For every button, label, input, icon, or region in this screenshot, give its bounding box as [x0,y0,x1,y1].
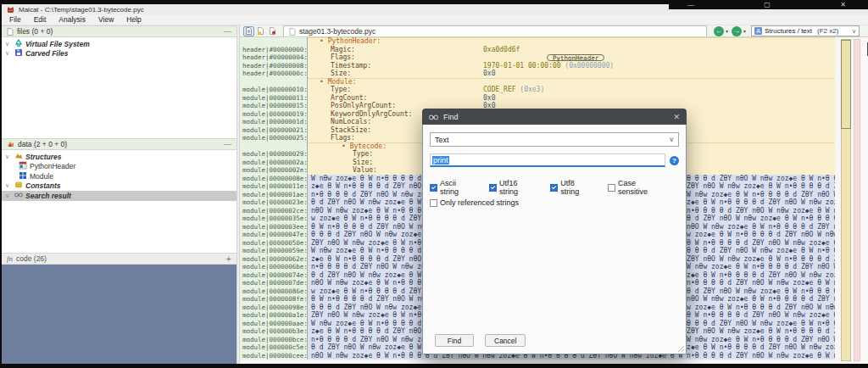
sidebar-item-virtual-file-system[interactable]: ∨Virtual File System [2,39,236,49]
dump-gutter: module|0000002ce: [240,207,308,215]
maximize-button[interactable]: ▢ [764,1,771,9]
app-icon [7,6,14,14]
view-mode-value: Structures / text [765,27,812,35]
menu-item-help[interactable]: Help [126,15,141,24]
back-button[interactable]: ← [714,26,724,36]
dump-gutter: module|00000011e: [240,182,308,191]
sidebar-splitter[interactable] [236,25,240,364]
back-dropdown-caret[interactable]: ▾ [726,28,728,34]
new-view-button[interactable] [255,26,266,36]
resize-grip[interactable] [677,345,685,353]
menu-bar: FileEditAnalysisViewHelp [2,14,868,25]
vfs-icon [14,39,23,49]
sidebar-item-carved-files[interactable]: ∨Carved Files [2,49,236,59]
dump-gutter: module|00000023e: [240,198,308,207]
chevron-down-icon: ∨ [5,153,12,160]
data-panel-title: data (2 + 0 + 0) [18,140,67,148]
menu-item-view[interactable]: View [98,15,114,24]
structure-field[interactable]: Size:0x0 [308,70,835,78]
search-input[interactable]: print [430,153,665,167]
menu-item-file[interactable]: File [9,15,21,24]
search-type-value: Text [435,136,449,144]
dump-gutter: module|000000c5e: [240,343,308,352]
data-collapse-button[interactable]: — [224,141,231,148]
vertical-scrollbar[interactable] [862,37,868,364]
checkbox-utf8-string[interactable]: Utf8 string [550,179,593,196]
view-mode-select[interactable]: A Structures / text (F2 x2) ∨ [751,25,860,36]
structure-field-label: Size: [331,70,351,78]
structure-field-label: KeywordOnlyArgCount: [331,110,412,119]
tab-stage01-bytecode[interactable]: stage01.3-bytecode.pyc [283,25,707,36]
structure-gutter: module|000000029: [240,150,308,159]
constants-icon [14,181,23,191]
structure-field[interactable]: Type:CODE_REF (0xe3) [308,86,835,94]
help-icon[interactable]: ? [670,156,679,165]
structure-gutter: module|000000021: [240,126,308,135]
structure-gutter: header|#0000000c: [240,70,308,78]
sidebar-item-module[interactable]: Module [2,171,236,181]
minimap-structure-strip[interactable] [841,39,851,361]
checkbox-only-referenced-strings[interactable]: Only referenced strings [430,198,519,207]
malcat-window: —▢✕ Malcat - C:\Temp\stage01.3-bytecode.… [0,0,868,368]
forward-dropdown-caret[interactable]: ▾ [743,28,746,34]
structure-row: module|000000011:ArgCount:0x0 [240,94,835,103]
dump-gutter: module|00000035e: [240,215,308,223]
history-nav: ← ▾ → ▾ [714,26,748,36]
dump-gutter: module|00000059e: [240,247,308,255]
structure-field-label: Type: [331,86,351,94]
structure-field-value: CODE_REF (0xe3) [483,86,544,94]
chevron-down-icon: ∨ [5,182,12,189]
structure-field[interactable]: Magic:0xa0d0d6f [308,46,835,54]
checked-checkbox-icon [430,184,437,192]
sidebar-item-pythonheader[interactable]: PythonHeader [2,162,236,172]
find-dialog-titlebar[interactable]: Find ✕ [422,109,687,125]
document-icon [289,28,296,36]
forward-button[interactable]: → [732,26,742,36]
close-icon[interactable]: ✕ [673,113,680,121]
structure-row: module|000000010:Type:CODE_REF (0xe3) [240,86,835,94]
tab-label: stage01.3-bytecode.pyc [299,27,376,36]
close-button[interactable]: ✕ [840,1,846,9]
sidebar-item-label: Constants [25,181,61,190]
search-result-icon [14,191,23,200]
new-file-icon [257,27,264,35]
dock-view-button[interactable] [243,26,254,36]
search-options: Ascii stringUtf16 stringUtf8 stringCase … [430,179,679,207]
checkbox-ascii-string[interactable]: Ascii string [430,179,474,196]
sidebar-item-constants[interactable]: ∨Constants [2,181,236,192]
dump-gutter: module|000000bce: [240,336,308,344]
sidebar-item-search-result[interactable]: ∨Search result [2,191,236,201]
window-title: Malcat - C:\Temp\stage01.3-bytecode.pyc [19,6,144,14]
dump-gutter: module|00000050e: [240,239,308,248]
structure-field-label: Value: [353,166,377,175]
files-panel-header: files (0 + 0) — [2,25,236,37]
close-view-button[interactable] [267,26,278,36]
search-type-select[interactable]: Text ∨ [430,132,679,147]
code-add-button[interactable]: + [226,255,231,263]
files-collapse-button[interactable]: — [224,28,231,36]
find-button[interactable]: Find [435,334,474,347]
close-file-icon [269,27,276,35]
minimap-data-strip[interactable] [854,39,860,361]
options-row-1: Ascii stringUtf16 stringUtf8 stringCase … [430,179,679,196]
search-query-selected-text: print [432,156,449,164]
structure-gutter: module|000000011: [240,94,308,103]
structure-field[interactable]: Flags:PythonHeader [308,53,835,62]
checkbox-utf16-string[interactable]: Utf16 string [489,179,535,196]
checked-checkbox-icon [489,184,497,192]
menu-item-analysis[interactable]: Analysis [58,15,86,24]
structure-field[interactable]: Timestamp:1970-01-01 00:00:00 (0x0000000… [308,62,835,70]
checkbox-case-sensitive[interactable]: Case sensitive [608,179,664,196]
structure-field[interactable]: • Module: [308,78,835,86]
main-toolbar: stage01.3-bytecode.pyc ← ▾ → ▾ A Structu… [240,25,868,37]
sidebar-item-structures[interactable]: ∨Structures [2,152,236,162]
structure-field[interactable]: • PythonHeader: [308,37,835,46]
binoculars-icon [429,114,438,120]
cancel-button[interactable]: Cancel [485,334,526,347]
structure-field[interactable]: ArgCount:0x0 [308,94,835,103]
dump-gutter: module|000000aae: [240,320,308,328]
minimize-button[interactable]: — [687,1,694,9]
menu-item-edit[interactable]: Edit [34,15,47,24]
view-mode-shortcut: (F2 x2) [817,27,838,35]
structure-field-label: Timestamp: [331,62,371,70]
